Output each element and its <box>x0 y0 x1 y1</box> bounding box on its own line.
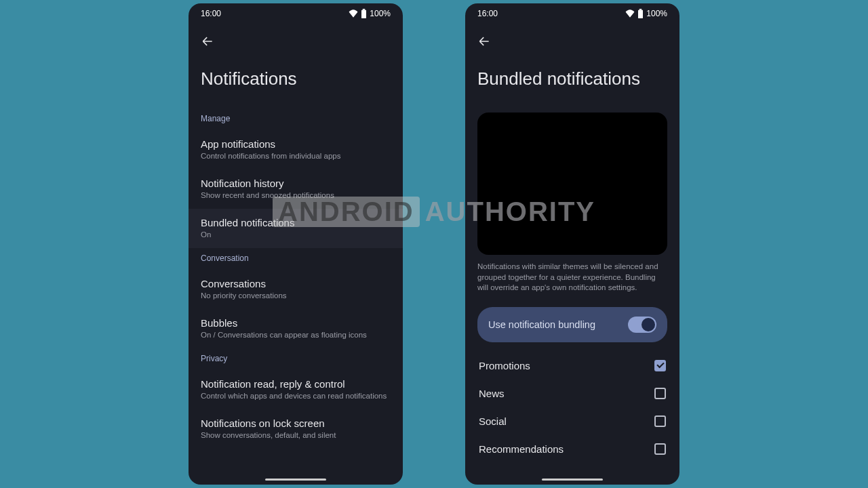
preview-illustration <box>477 113 667 255</box>
category-label: Recommendations <box>479 443 564 455</box>
category-checkbox[interactable] <box>654 415 666 427</box>
item-subtitle: Show recent and snoozed notifications <box>201 190 391 201</box>
svg-rect-0 <box>361 10 366 18</box>
settings-item[interactable]: BubblesOn / Conversations can appear as … <box>189 309 403 348</box>
battery-icon <box>361 9 367 18</box>
category-checkbox[interactable] <box>654 360 666 371</box>
status-right: 100% <box>625 9 667 18</box>
status-right: 100% <box>349 9 391 18</box>
back-button[interactable] <box>465 24 679 56</box>
item-title: Bubbles <box>201 317 391 329</box>
category-list: PromotionsNewsSocialRecommendations <box>465 352 679 463</box>
item-subtitle: On / Conversations can appear as floatin… <box>201 330 391 340</box>
item-title: Conversations <box>201 278 391 289</box>
nav-indicator[interactable] <box>265 479 326 481</box>
category-checkbox[interactable] <box>654 388 666 399</box>
status-time: 16:00 <box>201 9 221 18</box>
category-row[interactable]: Promotions <box>465 352 679 380</box>
item-subtitle: Control which apps and devices can read … <box>201 391 391 401</box>
settings-item[interactable]: ConversationsNo priority conversations <box>189 270 403 309</box>
item-title: Bundled notifications <box>201 217 391 228</box>
bundling-switch[interactable] <box>628 317 656 333</box>
back-button[interactable] <box>189 24 403 56</box>
settings-item[interactable]: Notifications on lock screenShow convers… <box>189 409 403 449</box>
svg-rect-2 <box>638 10 643 18</box>
page-title: Bundled notifications <box>465 56 679 108</box>
item-subtitle: No priority conversations <box>201 291 391 301</box>
toggle-label: Use notification bundling <box>488 319 595 330</box>
section-header: Conversation <box>189 248 403 270</box>
item-title: App notifications <box>201 138 391 150</box>
left-sections: ManageApp notificationsControl notificat… <box>189 108 403 449</box>
status-battery: 100% <box>370 9 391 18</box>
wifi-icon <box>625 9 635 18</box>
settings-item[interactable]: App notificationsControl notifications f… <box>189 130 403 169</box>
phone-left: 16:00 100% Notifications ManageApp notif… <box>189 3 403 485</box>
use-bundling-toggle-row[interactable]: Use notification bundling <box>477 307 667 342</box>
category-label: News <box>479 388 505 399</box>
item-title: Notification read, reply & control <box>201 378 391 390</box>
section-header: Manage <box>189 108 403 130</box>
bundling-description: Notifications with similar themes will b… <box>465 262 679 303</box>
settings-item[interactable]: Notification historyShow recent and snoo… <box>189 169 403 209</box>
item-subtitle: Show conversations, default, and silent <box>201 430 391 441</box>
status-bar: 16:00 100% <box>465 3 679 24</box>
switch-thumb <box>642 318 655 331</box>
settings-item[interactable]: Bundled notificationsOn <box>189 209 403 248</box>
category-checkbox[interactable] <box>654 443 666 455</box>
item-subtitle: Control notifications from individual ap… <box>201 151 391 161</box>
category-row[interactable]: Recommendations <box>465 435 679 463</box>
page-title: Notifications <box>189 56 403 108</box>
category-label: Social <box>479 415 507 427</box>
status-bar: 16:00 100% <box>189 3 403 24</box>
settings-item[interactable]: Notification read, reply & controlContro… <box>189 370 403 409</box>
item-subtitle: On <box>201 230 391 240</box>
wifi-icon <box>349 9 358 18</box>
category-label: Promotions <box>479 360 530 371</box>
category-row[interactable]: Social <box>465 407 679 435</box>
item-title: Notifications on lock screen <box>201 418 391 429</box>
item-title: Notification history <box>201 178 391 189</box>
phone-right: 16:00 100% Bundled notifications Notific… <box>465 3 679 485</box>
svg-rect-3 <box>639 9 642 10</box>
svg-rect-1 <box>363 9 366 10</box>
battery-icon <box>637 9 644 18</box>
category-row[interactable]: News <box>465 380 679 407</box>
section-header: Privacy <box>189 348 403 370</box>
nav-indicator[interactable] <box>542 479 603 481</box>
status-battery: 100% <box>646 9 667 18</box>
status-time: 16:00 <box>477 9 498 18</box>
